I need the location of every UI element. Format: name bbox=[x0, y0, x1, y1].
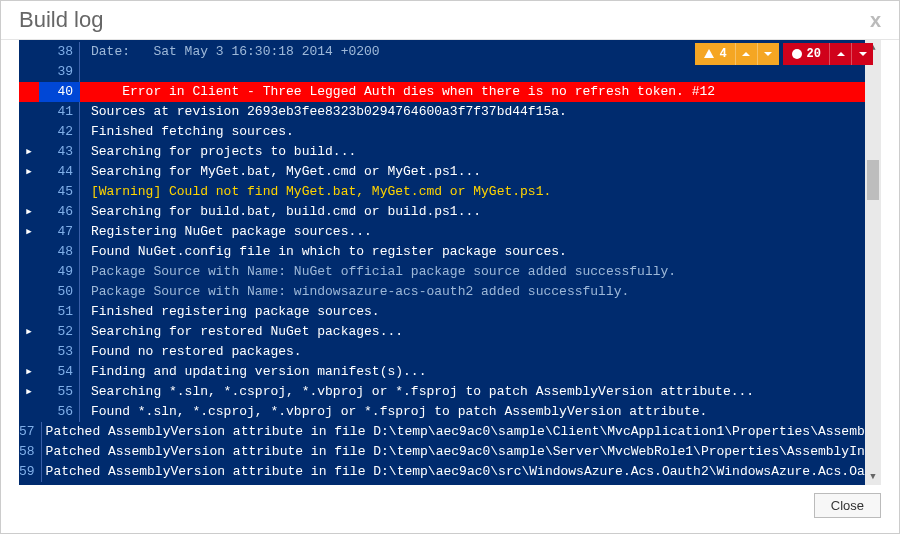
scroll-thumb[interactable] bbox=[867, 160, 879, 200]
log-line[interactable]: 48Found NuGet.config file in which to re… bbox=[19, 242, 881, 262]
close-button[interactable]: Close bbox=[814, 493, 881, 518]
log-area: 4 20 bbox=[19, 40, 881, 485]
log-text: Patched AssemblyVersion attribute in fil… bbox=[46, 422, 881, 442]
chevron-up-icon bbox=[835, 48, 847, 60]
line-number: 41 bbox=[39, 102, 79, 122]
gutter-separator bbox=[79, 382, 87, 402]
close-icon[interactable]: x bbox=[870, 9, 881, 32]
chevron-down-icon bbox=[762, 48, 774, 60]
log-line[interactable]: ▶52Searching for restored NuGet packages… bbox=[19, 322, 881, 342]
log-text: Searching *.sln, *.csproj, *.vbproj or *… bbox=[91, 382, 881, 402]
gutter-separator bbox=[79, 122, 87, 142]
log-line[interactable]: 50Package Source with Name: windowsazure… bbox=[19, 282, 881, 302]
log-line[interactable]: ▶43Searching for projects to build... bbox=[19, 142, 881, 162]
error-prev-button[interactable] bbox=[829, 43, 851, 65]
log-line[interactable]: 39 bbox=[19, 62, 881, 82]
log-line[interactable]: 57Patched AssemblyVersion attribute in f… bbox=[19, 422, 881, 442]
log-text: Sources at revision 2693eb3fee8323b02947… bbox=[91, 102, 881, 122]
gutter-separator bbox=[79, 162, 87, 182]
line-number: 42 bbox=[39, 122, 79, 142]
gutter-separator bbox=[79, 42, 87, 62]
warning-prev-button[interactable] bbox=[735, 43, 757, 65]
log-line[interactable]: 56Found *.sln, *.csproj, *.vbproj or *.f… bbox=[19, 402, 881, 422]
line-number: 50 bbox=[39, 282, 79, 302]
gutter-separator bbox=[79, 322, 87, 342]
log-line[interactable]: 45[Warning] Could not find MyGet.bat, My… bbox=[19, 182, 881, 202]
log-line[interactable]: 53Found no restored packages. bbox=[19, 342, 881, 362]
warning-badge[interactable]: 4 bbox=[695, 43, 778, 65]
log-text: Found no restored packages. bbox=[91, 342, 881, 362]
log-line[interactable]: 42Finished fetching sources. bbox=[19, 122, 881, 142]
expand-caret-icon[interactable]: ▶ bbox=[19, 382, 39, 402]
gutter-separator bbox=[79, 262, 87, 282]
log-line[interactable]: 51Finished registering package sources. bbox=[19, 302, 881, 322]
chevron-up-icon bbox=[740, 48, 752, 60]
line-number: 48 bbox=[39, 242, 79, 262]
log-line[interactable]: 58Patched AssemblyVersion attribute in f… bbox=[19, 442, 881, 462]
log-text: Finished registering package sources. bbox=[91, 302, 881, 322]
error-count: 20 bbox=[807, 44, 821, 64]
gutter-separator bbox=[79, 282, 87, 302]
line-number: 49 bbox=[39, 262, 79, 282]
log-text: Registering NuGet package sources... bbox=[91, 222, 881, 242]
error-next-button[interactable] bbox=[851, 43, 873, 65]
gutter-separator bbox=[41, 462, 42, 482]
line-number: 47 bbox=[39, 222, 79, 242]
gutter-separator bbox=[79, 202, 87, 222]
log-text: Found *.sln, *.csproj, *.vbproj or *.fsp… bbox=[91, 402, 881, 422]
log-text: Searching for restored NuGet packages... bbox=[91, 322, 881, 342]
log-text: Found NuGet.config file in which to regi… bbox=[91, 242, 881, 262]
log-line[interactable]: ▶47Registering NuGet package sources... bbox=[19, 222, 881, 242]
svg-point-0 bbox=[792, 49, 802, 59]
expand-caret-icon[interactable]: ▶ bbox=[19, 162, 39, 182]
error-circle-icon bbox=[791, 48, 803, 60]
gutter-separator bbox=[41, 442, 42, 462]
log-text: Searching for MyGet.bat, MyGet.cmd or My… bbox=[91, 162, 881, 182]
error-badge[interactable]: 20 bbox=[783, 43, 873, 65]
warning-count: 4 bbox=[719, 44, 726, 64]
line-number: 44 bbox=[39, 162, 79, 182]
expand-caret-icon[interactable]: ▶ bbox=[19, 142, 39, 162]
line-number: 38 bbox=[39, 42, 79, 62]
log-line[interactable]: ▶55Searching *.sln, *.csproj, *.vbproj o… bbox=[19, 382, 881, 402]
expand-caret-icon[interactable]: ▶ bbox=[19, 222, 39, 242]
log-text: Searching for build.bat, build.cmd or bu… bbox=[91, 202, 881, 222]
line-number: 43 bbox=[39, 142, 79, 162]
log-line[interactable]: ▶46Searching for build.bat, build.cmd or… bbox=[19, 202, 881, 222]
dialog-header: Build log x bbox=[1, 1, 899, 40]
log-text: Package Source with Name: windowsazure-a… bbox=[91, 282, 881, 302]
chevron-down-icon bbox=[857, 48, 869, 60]
gutter-separator bbox=[41, 422, 42, 442]
gutter-separator bbox=[79, 362, 87, 382]
log-line[interactable]: ▶54Finding and updating version manifest… bbox=[19, 362, 881, 382]
line-number: 58 bbox=[19, 442, 41, 462]
log-line[interactable]: 41Sources at revision 2693eb3fee8323b029… bbox=[19, 102, 881, 122]
line-number: 40 bbox=[39, 82, 79, 102]
log-text: Finding and updating version manifest(s)… bbox=[91, 362, 881, 382]
expand-caret-icon[interactable]: ▶ bbox=[19, 362, 39, 382]
gutter-separator bbox=[79, 142, 87, 162]
expand-caret-icon[interactable]: ▶ bbox=[19, 202, 39, 222]
warning-next-button[interactable] bbox=[757, 43, 779, 65]
line-number: 39 bbox=[39, 62, 79, 82]
log-text: Patched AssemblyVersion attribute in fil… bbox=[46, 442, 881, 462]
line-number: 53 bbox=[39, 342, 79, 362]
expand-caret-icon[interactable]: ▶ bbox=[19, 322, 39, 342]
log-line[interactable]: ▶44Searching for MyGet.bat, MyGet.cmd or… bbox=[19, 162, 881, 182]
line-number: 59 bbox=[19, 462, 41, 482]
gutter-separator bbox=[79, 222, 87, 242]
log-text: Finished fetching sources. bbox=[91, 122, 881, 142]
log-line[interactable]: 59Patched AssemblyVersion attribute in f… bbox=[19, 462, 881, 482]
line-number: 57 bbox=[19, 422, 41, 442]
line-number: 52 bbox=[39, 322, 79, 342]
line-number: 54 bbox=[39, 362, 79, 382]
log-line[interactable]: 40 Error in Client - Three Legged Auth d… bbox=[19, 82, 881, 102]
log-text-wrapped: \Properties\AssemblyInfo.cs bbox=[19, 482, 881, 485]
log-text: Package Source with Name: NuGet official… bbox=[91, 262, 881, 282]
log-line[interactable]: 49Package Source with Name: NuGet offici… bbox=[19, 262, 881, 282]
dialog-title: Build log bbox=[19, 7, 103, 33]
scroll-down-arrow-icon[interactable]: ▼ bbox=[865, 469, 881, 485]
line-number: 55 bbox=[39, 382, 79, 402]
warning-triangle-icon bbox=[703, 48, 715, 60]
vertical-scrollbar[interactable]: ▲ ▼ bbox=[865, 40, 881, 485]
